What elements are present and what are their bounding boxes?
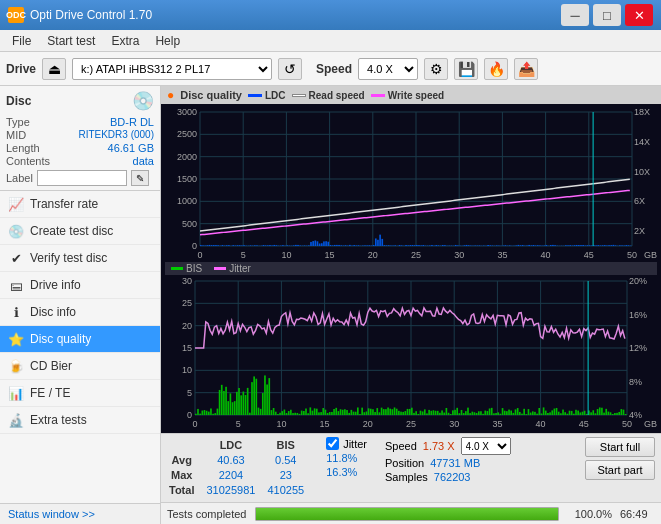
app-icon: ODC [8, 7, 24, 23]
disc-panel: Disc 💿 Type BD-R DL MID RITEKDR3 (000) L… [0, 86, 160, 191]
jitter-checkbox-row: Jitter [326, 437, 367, 450]
nav-label-transfer-rate: Transfer rate [30, 197, 98, 211]
menu-help[interactable]: Help [147, 32, 188, 50]
speed-position-section: Speed 1.73 X 4.0 X Position 47731 MB Sam… [385, 437, 511, 483]
position-row: Position 47731 MB [385, 457, 511, 469]
contents-label: Contents [6, 155, 50, 167]
fe-te-icon: 📊 [8, 385, 24, 401]
nav-label-extra-tests: Extra tests [30, 413, 87, 427]
status-text: Tests completed [167, 508, 247, 520]
drive-select[interactable]: k:) ATAPI iHBS312 2 PL17 [72, 58, 272, 80]
menu-extra[interactable]: Extra [103, 32, 147, 50]
sidebar-item-create-test-disc[interactable]: 💿 Create test disc [0, 218, 160, 245]
write-speed-legend-label: Write speed [388, 90, 445, 101]
nav-items: 📈 Transfer rate 💿 Create test disc ✔ Ver… [0, 191, 160, 503]
disc-info-icon: ℹ [8, 304, 24, 320]
create-test-disc-icon: 💿 [8, 223, 24, 239]
save-icon[interactable]: 💾 [454, 58, 478, 80]
transfer-rate-icon: 📈 [8, 196, 24, 212]
menu-start-test[interactable]: Start test [39, 32, 103, 50]
stats-avg-label: Avg [169, 454, 204, 467]
title-bar: ODC Opti Drive Control 1.70 ─ □ ✕ [0, 0, 661, 30]
burn-icon[interactable]: 🔥 [484, 58, 508, 80]
sidebar-item-cd-bier[interactable]: 🍺 CD Bier [0, 353, 160, 380]
chart-header: ● Disc quality LDC Read speed Write spee… [161, 86, 661, 104]
ldc-legend-label: LDC [265, 90, 286, 101]
status-percent: 100.0% [567, 508, 612, 520]
speed-stat-label: Speed [385, 440, 417, 452]
chart-title: Disc quality [180, 89, 242, 101]
samples-label: Samples [385, 471, 428, 483]
stats-max-label: Max [169, 469, 204, 482]
speed-dropdown[interactable]: 4.0 X [461, 437, 511, 455]
cd-bier-icon: 🍺 [8, 358, 24, 374]
speed-label: Speed [316, 62, 352, 76]
disc-icon: 💿 [132, 90, 154, 112]
start-part-button[interactable]: Start part [585, 460, 655, 480]
nav-label-create-test-disc: Create test disc [30, 224, 113, 238]
sidebar-item-drive-info[interactable]: 🖴 Drive info [0, 272, 160, 299]
stats-table: LDC BIS Avg 40.63 0.54 Max 2204 23 Total… [167, 437, 316, 499]
menu-file[interactable]: File [4, 32, 39, 50]
verify-test-disc-icon: ✔ [8, 250, 24, 266]
sidebar-item-transfer-rate[interactable]: 📈 Transfer rate [0, 191, 160, 218]
nav-label-cd-bier: CD Bier [30, 359, 72, 373]
write-speed-legend-box [371, 94, 385, 97]
speed-select[interactable]: 4.0 X [358, 58, 418, 80]
length-label: Length [6, 142, 40, 154]
drive-eject-icon[interactable]: ⏏ [42, 58, 66, 80]
jitter-label: Jitter [343, 438, 367, 450]
status-window-link[interactable]: Status window >> [0, 503, 160, 524]
jitter-legend-label: Jitter [229, 263, 251, 274]
chart-title-icon: ● [167, 88, 174, 102]
type-label: Type [6, 116, 30, 128]
sidebar-item-disc-info[interactable]: ℹ Disc info [0, 299, 160, 326]
drive-info-icon: 🖴 [8, 277, 24, 293]
samples-value: 762203 [434, 471, 471, 483]
bottom-status: Tests completed 100.0% 66:49 [161, 502, 661, 524]
bis-legend-label: BIS [186, 263, 202, 274]
minimize-button[interactable]: ─ [561, 4, 589, 26]
nav-label-verify-test-disc: Verify test disc [30, 251, 107, 265]
jitter-checkbox[interactable] [326, 437, 339, 450]
stats-area: LDC BIS Avg 40.63 0.54 Max 2204 23 Total… [161, 433, 661, 502]
jitter-section: Jitter 11.8% 16.3% [326, 437, 367, 478]
nav-label-disc-quality: Disc quality [30, 332, 91, 346]
jitter-legend-box [214, 267, 226, 270]
sidebar-item-fe-te[interactable]: 📊 FE / TE [0, 380, 160, 407]
stats-max-ldc: 2204 [206, 469, 265, 482]
length-value: 46.61 GB [108, 142, 154, 154]
sidebar: Disc 💿 Type BD-R DL MID RITEKDR3 (000) L… [0, 86, 161, 524]
content-area: ● Disc quality LDC Read speed Write spee… [161, 86, 661, 524]
stats-total-bis: 410255 [267, 484, 314, 497]
ldc-legend-box [248, 94, 262, 97]
type-value: BD-R DL [110, 116, 154, 128]
maximize-button[interactable]: □ [593, 4, 621, 26]
refresh-icon[interactable]: ↺ [278, 58, 302, 80]
stats-max-bis: 23 [267, 469, 314, 482]
bis-legend-box [171, 267, 183, 270]
charts-area: BIS Jitter [161, 104, 661, 433]
action-buttons: Start full Start part [585, 437, 655, 480]
sidebar-item-extra-tests[interactable]: 🔬 Extra tests [0, 407, 160, 434]
stats-avg-bis: 0.54 [267, 454, 314, 467]
app-title: Opti Drive Control 1.70 [30, 8, 152, 22]
contents-value: data [133, 155, 154, 167]
jitter-max: 16.3% [326, 466, 367, 478]
start-full-button[interactable]: Start full [585, 437, 655, 457]
extra-tests-icon: 🔬 [8, 412, 24, 428]
label-edit-button[interactable]: ✎ [131, 170, 149, 186]
settings-icon[interactable]: ⚙ [424, 58, 448, 80]
disc-quality-icon: ⭐ [8, 331, 24, 347]
top-chart [165, 107, 657, 261]
stats-total-ldc: 31025981 [206, 484, 265, 497]
nav-label-disc-info: Disc info [30, 305, 76, 319]
export-icon[interactable]: 📤 [514, 58, 538, 80]
progress-bar-container [255, 507, 559, 521]
sidebar-item-disc-quality[interactable]: ⭐ Disc quality [0, 326, 160, 353]
sidebar-item-verify-test-disc[interactable]: ✔ Verify test disc [0, 245, 160, 272]
mid-label: MID [6, 129, 26, 141]
label-input[interactable] [37, 170, 127, 186]
close-button[interactable]: ✕ [625, 4, 653, 26]
speed-row: Speed 1.73 X 4.0 X [385, 437, 511, 455]
